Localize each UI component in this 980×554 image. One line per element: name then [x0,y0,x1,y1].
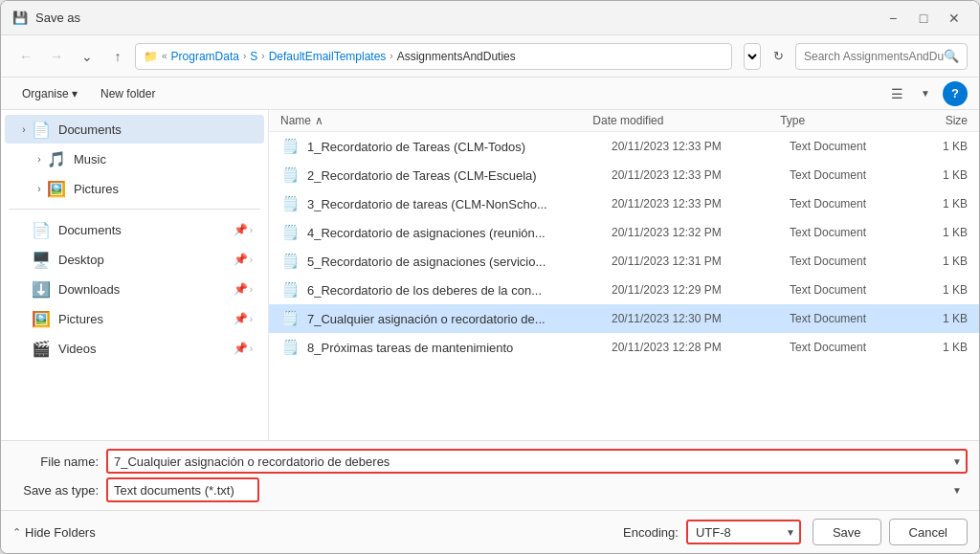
sort-arrow-icon: ∧ [315,114,323,127]
table-row[interactable]: 🗒️ 7_Cualquier asignación o recordatorio… [269,304,979,333]
breadcrumb-item-1[interactable]: S [250,50,257,63]
sidebar-item-downloads-qa[interactable]: ⬇️ Downloads 📌 › [5,275,264,303]
column-type-header[interactable]: Type [780,114,905,127]
breadcrumb-item-0[interactable]: ProgramData [171,50,239,63]
up-button[interactable]: ↑ [104,43,131,70]
file-date: 20/11/2023 12:31 PM [612,255,790,268]
filetype-select[interactable]: Text documents (*.txt) All Files (*.*) [106,477,259,502]
filename-input[interactable] [106,449,968,474]
file-size: 1 KB [908,197,968,211]
close-button[interactable]: ✕ [941,8,968,29]
view-dropdown-button[interactable]: ▼ [912,81,939,106]
minimize-button[interactable]: − [880,8,906,29]
sidebar-item-music-tree[interactable]: › 🎵 Music [5,144,264,173]
desktop-qa-icon: 🖥️ [32,250,51,269]
dialog-icon: 💾 [12,11,28,26]
back-button[interactable]: ← [12,43,39,70]
hide-folders-toggle[interactable]: ⌃ Hide Folders [12,525,623,540]
sidebar-item-label: Downloads [58,282,230,297]
view-options-button[interactable]: ☰ [883,81,910,106]
breadcrumb-chevron-1: « [162,51,167,61]
save-type-label: Save as type: [12,483,99,498]
table-row[interactable]: 🗒️ 3_Recordatorio de tareas (CLM-NonScho… [269,189,979,218]
column-size-header[interactable]: Size [905,114,968,127]
sidebar-item-desktop-qa[interactable]: 🖥️ Desktop 📌 › [5,245,264,274]
file-size: 1 KB [908,255,968,268]
breadcrumb-bar[interactable]: 📁 « ProgramData › S › DefaultEmailTempla… [135,43,732,70]
file-type: Text Document [790,283,908,297]
forward-button[interactable]: → [43,43,70,70]
file-icon: 🗒️ [280,280,300,299]
hide-folders-label: Hide Folders [25,525,96,540]
sidebar-item-documents-tree[interactable]: › 📄 Documents [5,115,264,144]
file-icon: 🗒️ [280,194,300,213]
file-size: 1 KB [908,168,968,182]
pin-arrow: › [250,255,253,265]
help-button[interactable]: ? [943,81,968,106]
toolbar: Organise ▾ New folder ☰ ▼ ? [1,78,979,110]
organise-button[interactable]: Organise ▾ [12,81,87,106]
table-row[interactable]: 🗒️ 4_Recordatorio de asignaciones (reuni… [269,218,979,247]
new-folder-button[interactable]: New folder [91,81,165,106]
sidebar-item-label: Documents [58,223,230,237]
chevron-icon: › [32,154,47,165]
file-type: Text Document [790,226,908,239]
pin-icon: 📌 [234,282,248,296]
breadcrumb-folder-icon: 📁 [144,50,158,63]
breadcrumb-item-3[interactable]: AssignmentsAndDuties [397,50,516,63]
chevron-icon: › [16,124,32,135]
pin-arrow: › [250,314,253,324]
pictures-icon: 🖼️ [47,179,66,198]
filetype-dropdown-icon: ▼ [952,485,962,496]
maximize-button[interactable]: □ [910,8,937,29]
action-bar: ⌃ Hide Folders Encoding: UTF-8 UTF-16 AN… [1,510,979,553]
breadcrumb-item-2[interactable]: DefaultEmailTemplates [269,50,387,63]
file-name: 8_Próximas tareas de mantenimiento [307,341,612,355]
save-button[interactable]: Save [813,519,881,545]
chevron-up-icon: ⌃ [12,526,21,539]
search-box: 🔍 [795,43,968,70]
file-icon: 🗒️ [280,223,300,242]
file-name: 5_Recordatorio de asignaciones (servicio… [307,255,612,269]
pin-arrow: › [250,225,253,235]
file-name: 4_Recordatorio de asignaciones (reunión.… [307,226,612,240]
filetype-row: Save as type: Text documents (*.txt) All… [12,477,968,502]
search-input[interactable] [804,50,944,63]
file-date: 20/11/2023 12:33 PM [612,168,790,182]
column-name-header[interactable]: Name ∧ [280,114,592,127]
sidebar-item-label: Videos [58,342,230,356]
pin-icon: 📌 [234,223,248,236]
file-type: Text Document [790,312,908,325]
sidebar-item-documents-qa[interactable]: 📄 Documents 📌 › [5,215,264,244]
address-dropdown[interactable] [744,43,761,70]
action-buttons: Save Cancel [813,519,968,545]
column-date-header[interactable]: Date modified [592,114,780,127]
table-row[interactable]: 🗒️ 2_Recordatorio de Tareas (CLM-Escuela… [269,161,979,189]
pin-icon: 📌 [234,253,248,266]
file-list: Name ∧ Date modified Type Size 🗒️ 1_Reco… [269,110,979,440]
file-size: 1 KB [908,140,968,153]
dropdown-button[interactable]: ⌄ [74,43,100,70]
pin-arrow: › [250,284,253,295]
sidebar-item-label: Documents [58,122,253,137]
title-bar-controls: − □ ✕ [880,8,968,29]
cancel-button[interactable]: Cancel [889,519,968,545]
file-date: 20/11/2023 12:28 PM [612,341,790,354]
table-row[interactable]: 🗒️ 8_Próximas tareas de mantenimiento 20… [269,333,979,362]
table-row[interactable]: 🗒️ 5_Recordatorio de asignaciones (servi… [269,247,979,276]
pin-icon: 📌 [234,312,248,325]
file-type: Text Document [790,140,908,153]
encoding-select[interactable]: UTF-8 UTF-16 ANSI [686,520,801,544]
refresh-button[interactable]: ↻ [765,43,791,70]
sidebar-item-pictures-tree[interactable]: › 🖼️ Pictures [5,174,264,203]
dialog-title: Save as [35,11,80,25]
chevron-icon: › [32,184,47,194]
search-icon: 🔍 [944,49,959,63]
file-icon: 🗒️ [280,309,300,328]
breadcrumb-sep-2: › [261,51,264,61]
table-row[interactable]: 🗒️ 6_Recordatorio de los deberes de la c… [269,276,979,304]
table-row[interactable]: 🗒️ 1_Recordatorio de Tareas (CLM-Todos) … [269,132,979,161]
pin-arrow: › [250,343,253,354]
sidebar-item-pictures-qa[interactable]: 🖼️ Pictures 📌 › [5,304,264,333]
sidebar-item-videos-qa[interactable]: 🎬 Videos 📌 › [5,334,264,363]
